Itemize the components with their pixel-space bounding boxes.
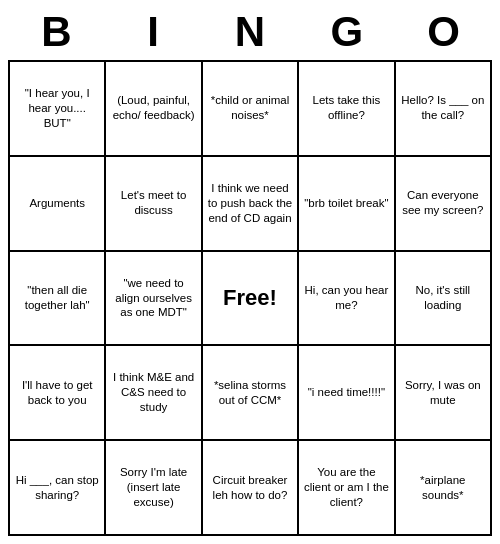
bingo-cell-11: "we need to align ourselves as one MDT" [106, 252, 202, 347]
title-letter-g: G [298, 8, 395, 56]
bingo-cell-1: (Loud, painful, echo/ feedback) [106, 62, 202, 157]
bingo-cell-3: Lets take this offline? [299, 62, 395, 157]
bingo-cell-4: Hello? Is ___ on the call? [396, 62, 492, 157]
bingo-cell-7: I think we need to push back the end of … [203, 157, 299, 252]
bingo-cell-15: I'll have to get back to you [10, 346, 106, 441]
bingo-cell-18: "i need time!!!!" [299, 346, 395, 441]
bingo-cell-13: Hi, can you hear me? [299, 252, 395, 347]
bingo-cell-14: No, it's still loading [396, 252, 492, 347]
bingo-cell-17: *selina storms out of CCM* [203, 346, 299, 441]
bingo-cell-19: Sorry, I was on mute [396, 346, 492, 441]
bingo-cell-21: Sorry I'm late (insert late excuse) [106, 441, 202, 536]
title-letter-i: I [105, 8, 202, 56]
bingo-cell-8: "brb toilet break" [299, 157, 395, 252]
bingo-cell-5: Arguments [10, 157, 106, 252]
bingo-cell-24: *airplane sounds* [396, 441, 492, 536]
bingo-cell-9: Can everyone see my screen? [396, 157, 492, 252]
bingo-cell-16: I think M&E and C&S need to study [106, 346, 202, 441]
bingo-cell-22: Circuit breaker leh how to do? [203, 441, 299, 536]
bingo-cell-0: "I hear you, I hear you.... BUT" [10, 62, 106, 157]
bingo-cell-20: Hi ___, can stop sharing? [10, 441, 106, 536]
title-letter-o: O [395, 8, 492, 56]
bingo-title: B I N G O [8, 8, 492, 56]
bingo-cell-23: You are the client or am I the client? [299, 441, 395, 536]
bingo-cell-2: *child or animal noises* [203, 62, 299, 157]
bingo-cell-10: "then all die together lah" [10, 252, 106, 347]
bingo-cell-6: Let's meet to discuss [106, 157, 202, 252]
bingo-cell-12: Free! [203, 252, 299, 347]
title-letter-b: B [8, 8, 105, 56]
title-letter-n: N [202, 8, 299, 56]
bingo-grid: "I hear you, I hear you.... BUT"(Loud, p… [8, 60, 492, 536]
